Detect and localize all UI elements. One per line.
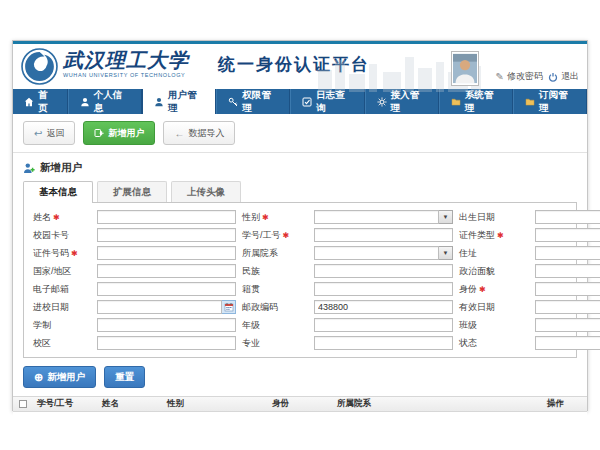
input-住址[interactable] (535, 246, 600, 260)
home-icon (24, 97, 34, 107)
tab-扩展信息[interactable]: 扩展信息 (97, 181, 167, 202)
tab-基本信息[interactable]: 基本信息 (23, 181, 93, 203)
field-label-进校日期: 进校日期 (33, 301, 91, 314)
field-有效日期 (535, 300, 600, 314)
person-add-icon (23, 162, 35, 174)
nav-item-label: 个人信息 (94, 89, 130, 115)
input-证件号码[interactable] (97, 246, 236, 260)
field-label-证件号码: 证件号码✱ (33, 247, 91, 260)
results-table-empty-row (13, 412, 587, 425)
nav-item-label: 订阅管理 (539, 89, 575, 115)
field-label-证件类型: 证件类型✱ (459, 229, 529, 242)
field-label-电子邮箱: 电子邮箱 (33, 283, 91, 296)
input-性别[interactable] (314, 210, 439, 224)
field-籍贯 (314, 282, 453, 296)
tab-上传头像[interactable]: 上传头像 (171, 181, 241, 202)
nav-item-系统管理[interactable]: 系统管理 (439, 89, 513, 114)
field-姓名 (97, 210, 236, 224)
back-button[interactable]: ↩ 返回 (23, 121, 75, 145)
calendar-icon[interactable] (222, 300, 236, 314)
input-进校日期[interactable] (97, 300, 222, 314)
university-name-en: WUHAN UNIVERSITY OF TECHNOLOGY (63, 72, 189, 78)
section-title: 新增用户 (13, 153, 587, 179)
nav-item-接入管理[interactable]: 接入管理 (365, 89, 439, 114)
user-avatar[interactable] (451, 51, 479, 86)
nav-item-权限管理[interactable]: 权限管理 (216, 89, 290, 114)
input-状态[interactable] (535, 336, 600, 350)
university-logo-icon (21, 48, 58, 85)
field-label-民族: 民族 (242, 265, 308, 278)
basic-info-form: 姓名✱性别✱▼出生日期校园卡号学号/工号✱证件类型✱证件号码✱所属院系▼住址国家… (23, 202, 577, 358)
input-校园卡号[interactable] (97, 228, 236, 242)
required-asterisk: ✱ (71, 249, 78, 258)
table-header-性别: 性别 (163, 398, 268, 410)
table-header-所属院系: 所属院系 (333, 398, 543, 410)
field-label-性别: 性别✱ (242, 211, 308, 224)
input-年级[interactable] (314, 318, 453, 332)
field-label-专业: 专业 (242, 337, 308, 350)
field-label-出生日期: 出生日期 (459, 211, 529, 224)
gear-icon (377, 97, 387, 107)
input-身份[interactable] (535, 282, 600, 296)
pencil-icon: ✎ (496, 71, 504, 82)
field-学号/工号 (314, 228, 453, 242)
data-import-button[interactable]: ← 数据导入 (163, 121, 235, 145)
add-user-toolbar-button[interactable]: 新增用户 (83, 121, 155, 145)
table-header-操作: 操作 (543, 398, 587, 410)
input-籍贯[interactable] (314, 282, 453, 296)
input-校区[interactable] (97, 336, 236, 350)
dropdown-caret-button[interactable]: ▼ (439, 210, 453, 224)
input-国家/地区[interactable] (97, 264, 236, 278)
table-header-姓名: 姓名 (98, 398, 163, 410)
field-进校日期 (97, 300, 236, 314)
data-import-label: 数据导入 (188, 127, 224, 140)
nav-item-首页[interactable]: 首页 (13, 89, 68, 114)
nav-item-日志查询[interactable]: 日志查询 (290, 89, 364, 114)
nav-item-label: 系统管理 (465, 89, 501, 115)
log-icon (302, 97, 312, 107)
input-政治面貌[interactable] (535, 264, 600, 278)
nav-item-用户管理[interactable]: 用户管理 (142, 89, 216, 114)
field-label-住址: 住址 (459, 247, 529, 260)
nav-item-label: 权限管理 (242, 89, 278, 115)
reset-button[interactable]: 重置 (104, 366, 145, 388)
input-有效日期[interactable] (535, 300, 600, 314)
field-班级 (535, 318, 600, 332)
input-证件类型[interactable] (535, 228, 600, 242)
input-出生日期[interactable] (535, 210, 600, 224)
logout-link[interactable]: 退出 (548, 70, 579, 83)
field-身份 (535, 282, 600, 296)
plus-circle-icon: ⊕ (34, 371, 43, 384)
users-icon (154, 97, 164, 107)
logout-label: 退出 (561, 70, 579, 83)
input-民族[interactable] (314, 264, 453, 278)
nav-item-label: 接入管理 (391, 89, 427, 115)
input-所属院系[interactable] (314, 246, 439, 260)
nav-item-个人信息[interactable]: 个人信息 (68, 89, 142, 114)
field-电子邮箱 (97, 282, 236, 296)
input-邮政编码[interactable] (314, 300, 453, 314)
input-专业[interactable] (314, 336, 453, 350)
field-label-校区: 校区 (33, 337, 91, 350)
app-window: 武汉理工大学 WUHAN UNIVERSITY OF TECHNOLOGY 统一… (12, 40, 588, 411)
nav-item-订阅管理[interactable]: 订阅管理 (513, 89, 587, 114)
input-姓名[interactable] (97, 210, 236, 224)
input-学制[interactable] (97, 318, 236, 332)
toolbar: ↩ 返回 新增用户 ← 数据导入 (13, 114, 587, 153)
field-label-邮政编码: 邮政编码 (242, 301, 308, 314)
select-all-checkbox[interactable] (19, 400, 27, 408)
add-user-icon (94, 128, 104, 138)
dropdown-caret-button[interactable]: ▼ (439, 246, 453, 260)
input-学号/工号[interactable] (314, 228, 453, 242)
field-label-政治面貌: 政治面貌 (459, 265, 529, 278)
reset-button-label: 重置 (115, 371, 134, 384)
input-班级[interactable] (535, 318, 600, 332)
field-label-籍贯: 籍贯 (242, 283, 308, 296)
change-password-link[interactable]: ✎ 修改密码 (496, 70, 543, 83)
field-证件号码 (97, 246, 236, 260)
power-icon (548, 72, 558, 82)
main-nav: 首页个人信息用户管理权限管理日志查询接入管理系统管理订阅管理 (13, 89, 587, 114)
submit-add-user-button[interactable]: ⊕ 新增用户 (23, 366, 96, 388)
required-asterisk: ✱ (283, 231, 290, 240)
input-电子邮箱[interactable] (97, 282, 236, 296)
